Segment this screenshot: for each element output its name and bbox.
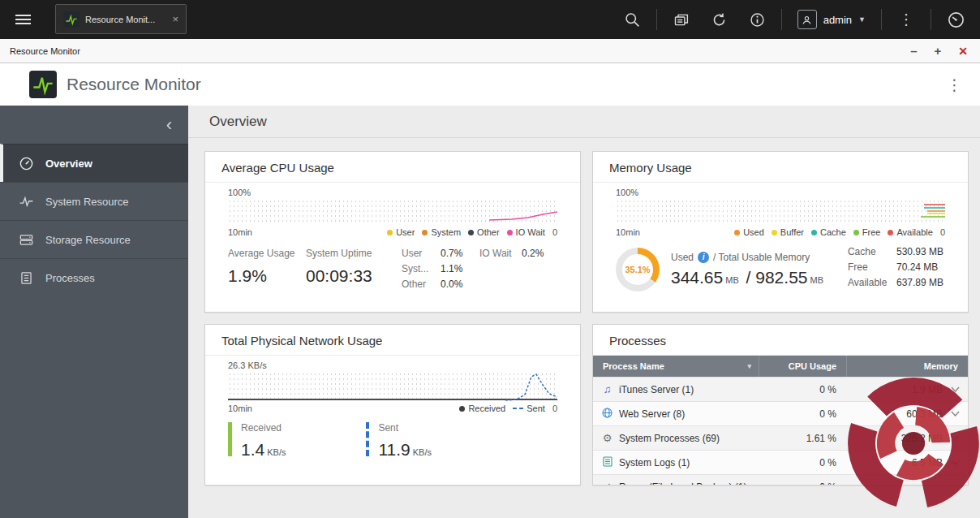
app-more-options-icon[interactable]: ⋮ <box>947 76 962 94</box>
legend-buffer: Buffer <box>772 227 804 237</box>
column-memory[interactable]: Memory <box>846 356 968 377</box>
chevron-left-icon: ‹ <box>166 116 172 134</box>
sidebar-collapse-button[interactable]: ‹ <box>0 106 188 144</box>
sidebar-item-system-resource[interactable]: System Resource <box>0 182 188 220</box>
received-series-dot-icon <box>459 406 465 412</box>
dashboard-gauge-icon[interactable] <box>947 11 965 29</box>
processes-card: Processes Process Name ▾ CPU Usage Memor… <box>592 324 969 486</box>
network-usage-chart <box>228 372 557 401</box>
table-row-system-logs[interactable]: System Logs (1) 0 % 6.5 MB <box>593 450 968 474</box>
tab-label: Resource Monit... <box>85 15 166 24</box>
column-cpu-usage[interactable]: CPU Usage <box>759 356 846 377</box>
buffer-series-dot-icon <box>772 230 777 235</box>
tab-close-icon[interactable]: × <box>172 13 178 25</box>
process-list-icon <box>19 270 34 286</box>
divider <box>881 9 882 30</box>
expand-chevron-icon[interactable] <box>951 411 960 417</box>
cpu-card-title: Average CPU Usage <box>205 152 580 183</box>
legend-free: Free <box>853 227 881 237</box>
more-options-icon[interactable]: ⋮ <box>897 12 915 27</box>
maximize-button[interactable]: + <box>935 45 942 57</box>
window-titlebar[interactable]: Resource Monitor – + ✕ <box>0 39 980 63</box>
cpu-chart-current-value: 0 <box>552 227 557 237</box>
legend-cache: Cache <box>811 227 846 237</box>
sent-bar-icon <box>366 422 369 456</box>
gauge-icon <box>19 156 34 171</box>
average-usage-label: Average Usage <box>228 248 306 259</box>
table-row-itunes-server[interactable]: ♫iTunes Server (1) 0 % 1.9 MB <box>593 377 968 401</box>
topbar: Resource Monit... × admin ▼ ⋮ <box>0 0 980 39</box>
legend-received: Received <box>459 404 505 413</box>
expand-chevron-icon[interactable] <box>951 435 960 441</box>
sent-label: Sent <box>378 422 434 434</box>
column-process-name[interactable]: Process Name ▾ <box>593 356 759 377</box>
cache-series-dot-icon <box>811 230 817 235</box>
received-value: 1.4 <box>241 440 264 459</box>
system-uptime-value: 00:09:33 <box>306 266 402 286</box>
sidebar-item-overview[interactable]: Overview <box>0 144 188 182</box>
background-tasks-icon[interactable] <box>673 11 690 28</box>
info-icon[interactable]: i <box>698 252 709 263</box>
resource-monitor-app-icon <box>63 11 80 28</box>
minimize-button[interactable]: – <box>910 45 917 57</box>
processes-table-header: Process Name ▾ CPU Usage Memory <box>593 356 968 377</box>
itunes-icon: ♫ <box>601 383 613 395</box>
hamburger-icon <box>15 12 31 27</box>
table-row-rsync[interactable]: ⇄Rsync (File Level Backup) (1) 0 % <box>593 474 968 485</box>
network-card-title: Total Physical Network Usage <box>205 325 580 356</box>
cpu-usage-chart <box>228 199 557 225</box>
chevron-down-icon: ▼ <box>858 15 866 24</box>
sent-series-dash-icon <box>513 408 523 409</box>
legend-available: Available <box>888 227 932 237</box>
user-menu[interactable]: admin ▼ <box>797 10 866 29</box>
memory-donut-chart: 35.1% <box>616 248 660 291</box>
expand-chevron-icon[interactable] <box>951 386 960 392</box>
main-menu-button[interactable] <box>0 0 45 39</box>
iowait-series-dot-icon <box>507 230 513 235</box>
free-series-dot-icon <box>853 230 859 235</box>
info-icon[interactable] <box>749 11 766 28</box>
legend-other: Other <box>468 227 500 237</box>
processes-card-title: Processes <box>593 325 968 356</box>
network-chart-xlabel: 10min <box>228 404 252 413</box>
topbar-actions: admin ▼ ⋮ <box>624 0 980 39</box>
legend-user: User <box>387 227 415 237</box>
memory-series-lines <box>913 199 945 225</box>
sidebar-item-label: Overview <box>45 158 92 170</box>
received-stat: Received 1.4KB/s <box>228 422 288 460</box>
used-series-dot-icon <box>734 230 740 235</box>
app-tab-resource-monitor[interactable]: Resource Monit... × <box>55 4 187 34</box>
memory-card-title: Memory Usage <box>593 152 968 183</box>
memory-chart-current-value: 0 <box>940 227 945 237</box>
cpu-iowait-stat: IO Wait0.2% <box>479 248 557 294</box>
divider <box>656 9 657 30</box>
close-button[interactable]: ✕ <box>958 45 968 57</box>
refresh-icon[interactable] <box>711 11 728 28</box>
search-icon[interactable] <box>624 11 641 28</box>
iowait-series-line <box>489 199 557 225</box>
sidebar-item-processes[interactable]: Processes <box>0 258 188 296</box>
memory-chart-xlabel: 10min <box>616 227 640 237</box>
memory-percent: 35.1% <box>625 265 650 274</box>
system-uptime-label: System Uptime <box>306 248 402 259</box>
resource-monitor-app-icon <box>29 71 57 98</box>
user-avatar-icon <box>797 10 817 29</box>
table-row-web-server[interactable]: Web Server (8) 0 % 60.3 MB <box>593 401 968 425</box>
main-content: Overview Average CPU Usage 100% 10min Us… <box>188 106 980 518</box>
user-series-dot-icon <box>387 230 393 235</box>
legend-iowait: IO Wait <box>507 227 545 237</box>
sidebar-item-storage-resource[interactable]: Storage Resource <box>0 220 188 258</box>
sidebar-item-label: Processes <box>45 272 95 284</box>
cpu-chart-xlabel: 10min <box>228 227 252 237</box>
waveform-icon <box>19 194 34 209</box>
expand-chevron-icon[interactable] <box>951 484 960 485</box>
expand-chevron-icon[interactable] <box>951 460 960 465</box>
network-chart-ymax: 26.3 KB/s <box>228 360 557 370</box>
system-series-dot-icon <box>422 230 428 235</box>
globe-icon <box>601 408 613 421</box>
average-usage-value: 1.9% <box>228 266 306 286</box>
table-row-system-processes[interactable]: ⚙System Processes (69) 1.61 % 325.2 MB <box>593 425 968 450</box>
sidebar-item-label: Storage Resource <box>45 234 131 246</box>
cpu-chart-ymax: 100% <box>228 188 557 197</box>
network-usage-card: Total Physical Network Usage 26.3 KB/s 1… <box>204 324 581 486</box>
